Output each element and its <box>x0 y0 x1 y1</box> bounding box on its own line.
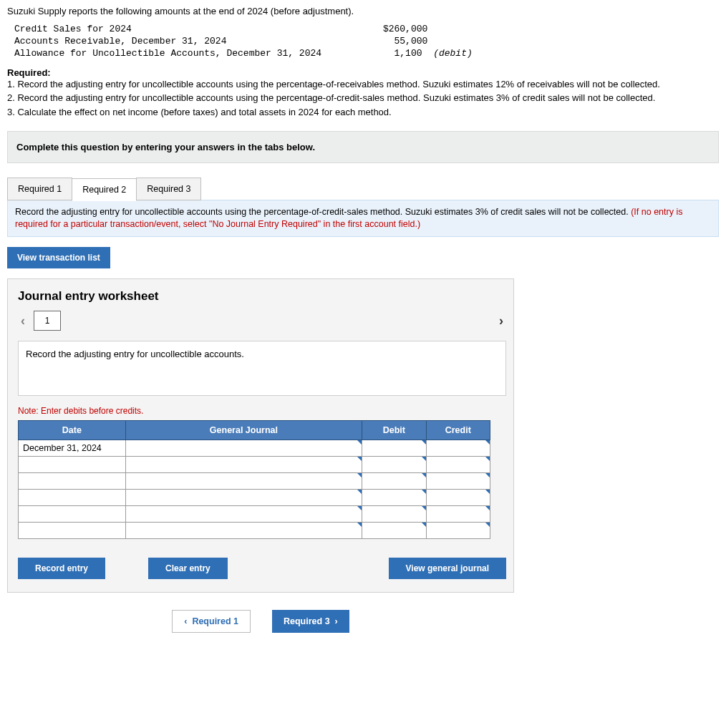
account-cell[interactable] <box>125 490 362 506</box>
debit-cell[interactable] <box>362 490 426 506</box>
chevron-right-icon[interactable]: › <box>496 314 506 329</box>
view-transaction-list-button[interactable]: View transaction list <box>7 247 110 268</box>
date-cell[interactable] <box>19 473 126 490</box>
fact-3-value: 1,100 <box>395 48 422 59</box>
account-cell[interactable] <box>125 457 362 473</box>
required-1: 1. Record the adjusting entry for uncoll… <box>7 78 719 91</box>
worksheet-nav-row: ‹ 1 › <box>18 311 506 331</box>
date-cell[interactable] <box>19 490 126 506</box>
debits-before-credits-note: Note: Enter debits before credits. <box>18 406 506 416</box>
account-cell[interactable] <box>125 523 362 539</box>
instruction-bar: Complete this question by entering your … <box>7 131 719 163</box>
required-2: 2. Record the adjusting entry for uncoll… <box>7 92 719 105</box>
debit-cell[interactable] <box>362 440 426 457</box>
header-credit: Credit <box>426 421 490 440</box>
date-cell[interactable] <box>19 457 126 473</box>
table-row: December 31, 2024 <box>19 440 490 457</box>
journal-entry-worksheet: Journal entry worksheet ‹ 1 › Record the… <box>7 278 514 593</box>
fact-1-label: Credit Sales for 2024 <box>14 24 132 34</box>
footer-nav: ‹ Required 1 Required 3 › <box>7 610 514 633</box>
prev-tab-label: Required 1 <box>192 616 238 626</box>
account-cell[interactable] <box>125 506 362 523</box>
table-row <box>19 523 490 539</box>
table-row <box>19 490 490 506</box>
table-row <box>19 457 490 473</box>
fact-1-value: $260,000 <box>383 24 427 34</box>
next-tab-label: Required 3 <box>284 616 330 626</box>
required-3: 3. Calculate the effect on net income (b… <box>7 106 719 119</box>
fact-2-value: 55,000 <box>395 36 428 47</box>
tab-description-main: Record the adjusting entry for uncollect… <box>15 207 631 217</box>
debit-cell[interactable] <box>362 506 426 523</box>
fact-3-label: Allowance for Uncollectible Accounts, De… <box>14 48 321 59</box>
clear-entry-button[interactable]: Clear entry <box>148 558 228 579</box>
debit-cell[interactable] <box>362 523 426 539</box>
view-general-journal-button[interactable]: View general journal <box>389 558 506 579</box>
intro-text: Suzuki Supply reports the following amou… <box>7 6 719 16</box>
prev-tab-button[interactable]: ‹ Required 1 <box>172 610 251 633</box>
credit-cell[interactable] <box>426 523 490 539</box>
tab-description: Record the adjusting entry for uncollect… <box>7 200 719 237</box>
fact-2-label: Accounts Receivable, December 31, 2024 <box>14 36 226 47</box>
chevron-right-icon: › <box>335 616 338 626</box>
journal-entry-table: Date General Journal Debit Credit Decemb… <box>18 420 490 539</box>
debit-cell[interactable] <box>362 473 426 490</box>
tabs-row: Required 1 Required 2 Required 3 <box>7 178 719 200</box>
credit-cell[interactable] <box>426 440 490 457</box>
worksheet-title: Journal entry worksheet <box>18 289 506 304</box>
entry-description-box: Record the adjusting entry for uncollect… <box>18 341 506 396</box>
tab-required-3[interactable]: Required 3 <box>136 178 201 200</box>
fact-3-note: (debit) <box>433 48 473 59</box>
header-date: Date <box>19 421 126 440</box>
worksheet-button-row: Record entry Clear entry View general jo… <box>18 558 506 579</box>
worksheet-page-box[interactable]: 1 <box>34 311 61 331</box>
credit-cell[interactable] <box>426 473 490 490</box>
table-row <box>19 506 490 523</box>
tab-required-1[interactable]: Required 1 <box>7 178 72 200</box>
date-cell[interactable] <box>19 506 126 523</box>
account-cell[interactable] <box>125 440 362 457</box>
next-tab-button[interactable]: Required 3 › <box>272 610 349 633</box>
chevron-left-icon[interactable]: ‹ <box>18 314 28 329</box>
facts-block: Credit Sales for 2024 $260,000 Accounts … <box>14 24 719 60</box>
required-block: Required: 1. Record the adjusting entry … <box>7 67 719 119</box>
date-cell[interactable] <box>19 523 126 539</box>
required-heading: Required: <box>7 67 51 78</box>
tab-required-2[interactable]: Required 2 <box>72 178 137 201</box>
table-row <box>19 473 490 490</box>
header-debit: Debit <box>362 421 426 440</box>
header-general-journal: General Journal <box>125 421 362 440</box>
date-cell[interactable]: December 31, 2024 <box>19 440 126 457</box>
credit-cell[interactable] <box>426 457 490 473</box>
credit-cell[interactable] <box>426 506 490 523</box>
credit-cell[interactable] <box>426 490 490 506</box>
record-entry-button[interactable]: Record entry <box>18 558 105 579</box>
chevron-left-icon: ‹ <box>184 616 187 626</box>
debit-cell[interactable] <box>362 457 426 473</box>
account-cell[interactable] <box>125 473 362 490</box>
